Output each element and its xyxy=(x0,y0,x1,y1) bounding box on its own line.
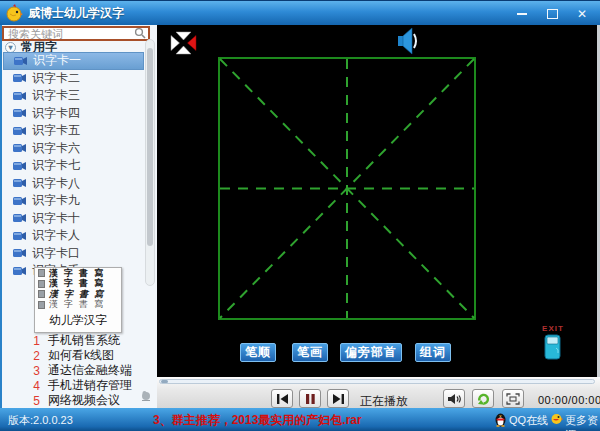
scrollbar-thumb[interactable] xyxy=(147,48,153,246)
strokes-button[interactable]: 笔画 xyxy=(292,343,328,362)
minimize-icon xyxy=(517,13,527,15)
player-bar: 正在播放 00:00/00:00 xyxy=(157,377,600,408)
fullscreen-icon xyxy=(506,393,520,405)
videocam-icon xyxy=(13,161,27,171)
list-item-label: 识字卡六 xyxy=(32,140,80,157)
next-button[interactable] xyxy=(327,389,349,408)
version-label: 版本:2.0.0.23 xyxy=(8,413,73,428)
fullscreen-button[interactable] xyxy=(502,389,524,408)
list-item-card-10[interactable]: 识字卡十 xyxy=(3,210,144,228)
videocam-icon xyxy=(13,178,27,188)
list-item-card-2[interactable]: 识字卡二 xyxy=(3,70,144,88)
list-item-label: 识字卡一 xyxy=(33,52,81,69)
videocam-icon xyxy=(13,231,27,241)
videocam-icon xyxy=(13,126,27,136)
titlebar: 威博士幼儿学汉字 ✕ xyxy=(0,0,600,25)
list-item-card-6[interactable]: 识字卡六 xyxy=(3,140,144,158)
loop-icon xyxy=(476,392,490,405)
window-title: 威博士幼儿学汉字 xyxy=(28,1,124,25)
ad-link-number: 4 xyxy=(2,379,40,393)
more-resources-link[interactable]: 更多资源 xyxy=(565,413,600,431)
list-item-label: 识字卡十 xyxy=(32,210,80,227)
videocam-icon xyxy=(13,266,27,276)
sidebar-scrollbar[interactable] xyxy=(145,39,155,286)
videocam-icon xyxy=(13,248,27,258)
collapse-panel-icon[interactable] xyxy=(170,31,197,55)
maximize-button[interactable] xyxy=(540,5,564,22)
resource-bird-icon xyxy=(550,412,563,426)
time-display: 00:00/00:00 xyxy=(538,394,600,406)
videocam-icon xyxy=(13,91,27,101)
exit-label: EXIT xyxy=(538,324,568,333)
ad-link-4[interactable]: 4手机进销存管理 xyxy=(2,378,159,393)
minimize-button[interactable] xyxy=(510,5,534,22)
list-item-label: 识字卡五 xyxy=(32,122,80,139)
stroke-order-button[interactable]: 笔顺 xyxy=(240,343,276,362)
close-icon: ✕ xyxy=(577,7,587,21)
ad-link-3[interactable]: 3通达信金融终端 xyxy=(2,363,159,378)
pause-button[interactable] xyxy=(299,389,321,408)
character-writing-grid xyxy=(218,57,476,320)
app-window: 威博士幼儿学汉字 ✕ ▾ 常用字 识字卡一 识字卡二 识字卡三 xyxy=(0,0,600,431)
ad-link-number: 2 xyxy=(2,349,40,363)
list-item-label: 识字卡人 xyxy=(32,227,80,244)
next-icon xyxy=(332,393,345,405)
list-item-card-kou[interactable]: 识字卡口 xyxy=(3,245,144,263)
word-building-button[interactable]: 组词 xyxy=(415,343,451,362)
style-marker-icon xyxy=(38,280,45,288)
list-item-label: 识字卡七 xyxy=(32,157,80,174)
list-item-card-8[interactable]: 识字卡八 xyxy=(3,175,144,193)
videocam-icon xyxy=(13,108,27,118)
qq-penguin-icon xyxy=(494,412,507,427)
list-item-card-9[interactable]: 识字卡九 xyxy=(3,192,144,210)
ad-links: 1手机销售系统 2如何看k线图 3通达信金融终端 4手机进销存管理 5网络视频会… xyxy=(2,333,159,408)
list-item-card-1[interactable]: 识字卡一 xyxy=(3,52,144,70)
maximize-icon xyxy=(547,9,558,19)
statusbar: 版本:2.0.0.23 3、群主推荐，2013最实用的产妇包.rar QQ在线 … xyxy=(0,408,600,431)
ad-link-number: 3 xyxy=(2,364,40,378)
calligraphy-row: 漢字書寫 xyxy=(49,298,109,311)
videocam-icon xyxy=(13,196,27,206)
videocam-icon xyxy=(13,73,27,83)
videocam-icon xyxy=(13,213,27,223)
list-item-card-4[interactable]: 识字卡四 xyxy=(3,105,144,123)
seek-bar[interactable] xyxy=(159,379,595,384)
qq-online-link[interactable]: QQ在线 xyxy=(509,413,548,428)
list-item-label: 识字卡九 xyxy=(32,192,80,209)
ad-link-number: 5 xyxy=(2,394,40,408)
volume-button[interactable] xyxy=(443,389,465,408)
style-marker-icon xyxy=(38,269,45,277)
ad-link-1[interactable]: 1手机销售系统 xyxy=(2,333,159,348)
ad-preview-popup: 漢字書寫 漢字書寫 漢字書寫 漢字書寫 幼儿学汉字 xyxy=(34,267,122,333)
videocam-icon xyxy=(13,143,27,153)
main-stage: 笔顺 笔画 偏旁部首 组词 EXIT xyxy=(157,25,597,377)
promo-ticker[interactable]: 3、群主推荐，2013最实用的产妇包.rar xyxy=(153,412,362,429)
card-list: 识字卡一 识字卡二 识字卡三 识字卡四 识字卡五 识字卡六 xyxy=(2,52,157,296)
exit-button[interactable]: EXIT xyxy=(538,324,568,365)
style-marker-icon xyxy=(38,301,45,309)
audio-speaker-icon[interactable] xyxy=(397,27,419,55)
ad-link-2[interactable]: 2如何看k线图 xyxy=(2,348,159,363)
list-item-card-5[interactable]: 识字卡五 xyxy=(3,122,144,140)
radicals-button[interactable]: 偏旁部首 xyxy=(340,343,402,362)
list-item-label: 识字卡四 xyxy=(32,105,80,122)
search-icon[interactable] xyxy=(134,27,146,39)
ad-link-number: 1 xyxy=(2,334,40,348)
mini-bird-icon[interactable] xyxy=(140,390,152,401)
previous-icon xyxy=(276,393,289,405)
close-button[interactable]: ✕ xyxy=(570,5,594,22)
list-item-label: 识字卡三 xyxy=(32,87,80,104)
previous-button[interactable] xyxy=(271,389,293,408)
ad-link-5[interactable]: 5网络视频会议 xyxy=(2,393,159,408)
ad-link-label: 网络视频会议 xyxy=(48,392,120,409)
list-item-card-7[interactable]: 识字卡七 xyxy=(3,157,144,175)
volume-icon xyxy=(447,393,461,405)
list-item-label: 识字卡口 xyxy=(32,245,80,262)
list-item-card-ren[interactable]: 识字卡人 xyxy=(3,227,144,245)
chevron-down-icon[interactable]: ▾ xyxy=(5,42,16,53)
list-item-card-3[interactable]: 识字卡三 xyxy=(3,87,144,105)
loop-button[interactable] xyxy=(472,389,494,408)
seek-handle[interactable] xyxy=(161,380,168,383)
sidebar: ▾ 常用字 识字卡一 识字卡二 识字卡三 识字卡四 识字卡五 xyxy=(0,25,157,408)
style-marker-icon xyxy=(38,290,45,298)
